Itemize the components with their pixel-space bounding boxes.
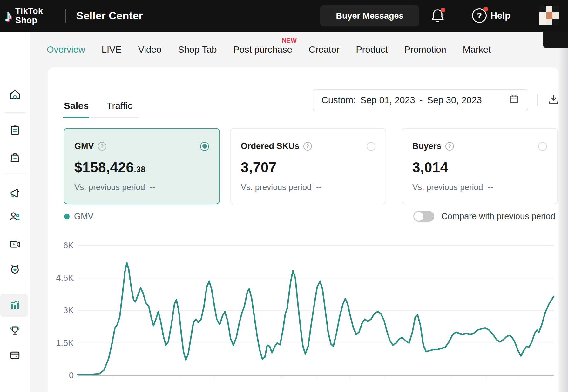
home-icon [9, 89, 21, 101]
page-edge-fade [558, 32, 568, 392]
metric-compare: Vs. previous period -- [241, 182, 375, 192]
compare-toggle[interactable] [413, 211, 434, 222]
legend-label: GMV [74, 212, 94, 221]
chart-controls-row: GMV Compare with previous period [64, 211, 555, 222]
y-axis-tick: 6K [48, 240, 74, 251]
tab-shop-tab[interactable]: Shop Tab [178, 44, 217, 55]
metric-radio[interactable] [367, 142, 375, 151]
date-end: Sep 30, 2023 [427, 95, 482, 105]
tiktok-shop-logo[interactable]: ♪ TikTokShop [4, 4, 43, 27]
sidebar-item-finance[interactable] [8, 348, 22, 362]
scrollbar-thumb[interactable] [543, 32, 568, 48]
medal-icon [9, 263, 21, 275]
tab-marketing[interactable]: Market [463, 44, 491, 55]
sidebar-item-affiliate[interactable] [8, 209, 22, 223]
sidebar-item-competition[interactable] [8, 324, 22, 338]
metric-radio-selected[interactable] [200, 142, 209, 151]
metric-card-gmv[interactable]: GMV ? $158,426.38 Vs. previous period -- [64, 128, 220, 204]
date-prefix: Custom: [321, 95, 356, 105]
tab-sales[interactable]: Sales [63, 100, 89, 118]
x-axis [78, 375, 554, 379]
avatar[interactable] [539, 6, 559, 25]
sidebar-item-rewards[interactable] [8, 262, 22, 276]
tab-overview[interactable]: Overview [47, 44, 85, 55]
tab-live[interactable]: LIVE [102, 44, 122, 55]
sidebar-item-analytics[interactable] [8, 298, 22, 312]
metric-label: Ordered SKUs [241, 141, 300, 151]
tab-post-purchase[interactable]: Post purchase NEW [233, 44, 292, 55]
tab-video[interactable]: Video [138, 44, 162, 55]
metric-label: Buyers [412, 141, 442, 151]
info-question-icon[interactable]: ? [445, 142, 454, 151]
sidebar-item-marketing[interactable] [8, 186, 22, 200]
shopping-bag-icon [9, 152, 21, 163]
page-title: Seller Center [76, 10, 143, 22]
date-filter-bar: Custom: Sep 01, 2023 - Sep 30, 2023 [313, 89, 561, 111]
sidebar-item-products[interactable] [8, 150, 22, 164]
logo-text: TikTokShop [15, 7, 43, 25]
analytics-icon [9, 299, 21, 311]
tab-promotion[interactable]: Promotion [404, 44, 446, 55]
help-button[interactable]: ? Help [472, 8, 511, 23]
notification-dot [441, 8, 445, 12]
wallet-card-icon [9, 349, 21, 361]
trophy-icon [9, 325, 21, 336]
compare-toggle-label: Compare with previous period [441, 212, 555, 221]
help-notification-dot [483, 7, 488, 11]
sidebar-item-home[interactable] [8, 88, 22, 102]
users-icon [9, 210, 21, 222]
clipboard-icon [9, 125, 21, 136]
metric-compare: Vs. previous period -- [74, 182, 209, 192]
sidebar-item-live-video[interactable] [8, 237, 22, 251]
notifications-button[interactable] [429, 8, 446, 24]
y-axis-tick: 4.5K [48, 273, 74, 283]
info-question-icon[interactable]: ? [303, 142, 312, 151]
gmv-chart: 6K 4.5K 3K 1.5K 0 [48, 239, 558, 385]
date-range-picker[interactable]: Custom: Sep 01, 2023 - Sep 30, 2023 [313, 89, 528, 111]
sidebar [0, 32, 30, 392]
tab-traffic[interactable]: Traffic [106, 100, 133, 118]
legend-dot-icon [64, 214, 70, 219]
calendar-icon [509, 94, 519, 107]
date-dash: - [420, 95, 423, 105]
tab-product[interactable]: Product [356, 44, 388, 55]
date-start: Sep 01, 2023 [360, 95, 415, 105]
megaphone-icon [9, 187, 21, 199]
chart-plot-area [78, 246, 554, 375]
sidebar-divider [4, 112, 26, 113]
metric-value: $158,426.38 [74, 159, 209, 175]
video-camera-icon [9, 239, 21, 250]
primary-nav: Overview LIVE Video Shop Tab Post purcha… [30, 32, 568, 67]
y-axis-tick: 3K [48, 305, 74, 315]
metric-card-buyers[interactable]: Buyers ? 3,014 Vs. previous period -- [402, 128, 558, 204]
sidebar-divider [4, 287, 26, 287]
metric-radio[interactable] [538, 142, 547, 151]
tiktok-note-icon: ♪ [4, 4, 13, 27]
metric-value: 3,014 [412, 159, 547, 175]
app-header: ♪ TikTokShop Seller Center Buyer Message… [0, 0, 568, 32]
sales-traffic-tabs: Sales Traffic [63, 100, 139, 118]
y-axis-tick: 1.5K [48, 338, 74, 348]
header-divider [65, 9, 66, 23]
tab-creator[interactable]: Creator [309, 44, 340, 55]
gmv-line-svg [78, 246, 554, 375]
sidebar-item-orders[interactable] [8, 123, 22, 137]
y-axis-tick: 0 [48, 370, 74, 381]
metric-value: 3,707 [241, 159, 375, 175]
metric-card-ordered-skus[interactable]: Ordered SKUs ? 3,707 Vs. previous period… [230, 128, 386, 204]
new-badge: NEW [282, 37, 297, 44]
download-icon [547, 93, 560, 106]
question-circle-icon: ? [472, 8, 487, 23]
metric-compare: Vs. previous period -- [412, 182, 547, 192]
info-question-icon[interactable]: ? [98, 142, 106, 151]
tab-post-purchase-label: Post purchase [233, 44, 292, 55]
dashboard-panel: Sales Traffic Custom: Sep 01, 2023 - Sep… [48, 67, 558, 392]
toolbar-divider [537, 94, 538, 106]
sidebar-divider [4, 174, 26, 174]
metric-label: GMV [74, 141, 94, 151]
buyer-messages-button[interactable]: Buyer Messages [320, 5, 419, 26]
